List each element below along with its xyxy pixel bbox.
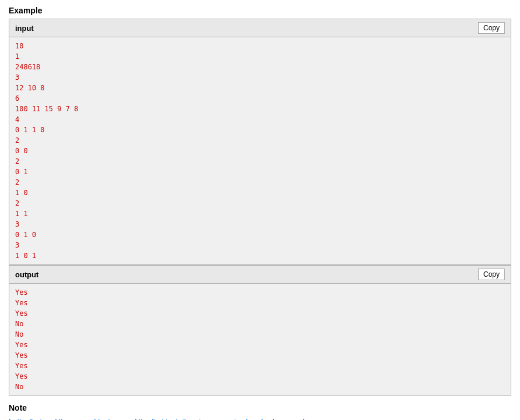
section-title: Example — [9, 6, 511, 15]
input-label: input — [15, 24, 34, 33]
input-content: 10 1 248618 3 12 10 8 6 100 11 15 9 7 8 … — [9, 37, 511, 264]
output-content: Yes Yes Yes No No Yes Yes Yes Yes No — [9, 284, 511, 396]
note-line-1: In the first and the second test case of… — [9, 416, 511, 420]
output-header: output Copy — [9, 266, 511, 284]
output-box: output Copy Yes Yes Yes No No Yes Yes Ye… — [9, 265, 511, 396]
input-copy-button[interactable]: Copy — [478, 22, 505, 34]
input-box: input Copy 10 1 248618 3 12 10 8 6 100 1… — [9, 19, 511, 265]
note-section: Note In the first and the second test ca… — [9, 403, 511, 420]
output-copy-button[interactable]: Copy — [478, 269, 505, 280]
example-section: Example input Copy 10 1 248618 3 12 10 8… — [9, 6, 511, 396]
output-label: output — [15, 270, 38, 279]
note-title: Note — [9, 403, 511, 412]
input-header: input Copy — [9, 19, 511, 37]
